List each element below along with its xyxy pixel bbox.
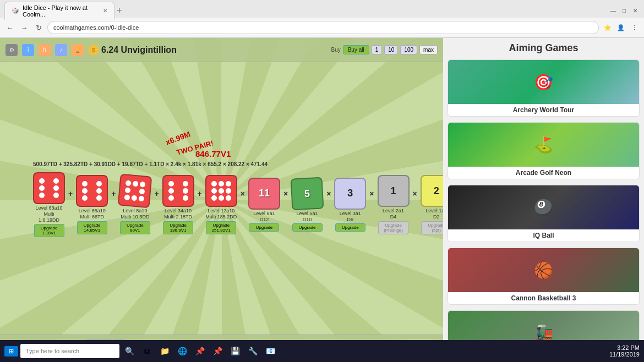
browser-chrome: 🎲 Idle Dice - Play it now at Coolm... ✕ … [0,0,644,38]
op3: + [154,189,159,198]
taskbar-pin1[interactable]: 📌 [192,343,208,359]
browser-toolbar-icons: ⭐ 👤 ⋮ [602,22,640,33]
die-8-upgrade-button[interactable]: Upgrade [335,223,365,232]
back-button[interactable]: ← [4,22,15,33]
game-card-golf[interactable]: ⛳ Arcade Golf Neon [447,122,640,179]
op7: × [326,189,331,198]
taskbar-cortana[interactable]: 🔍 [122,343,137,359]
archery-emoji: 🎯 [534,73,553,91]
address-bar: ← → ↻ coolmathgames.com/0-idle-dice ⭐ 👤 … [0,18,644,37]
game-card-archery[interactable]: 🎯 Archery World Tour [447,59,640,117]
die-3[interactable] [118,174,152,209]
die-7[interactable]: 5 [291,177,324,210]
taskbar-search[interactable] [20,344,119,358]
game-card-cannon[interactable]: 🏀 Cannon Basketball 3 [447,248,640,305]
maximize-button[interactable]: □ [620,6,629,15]
die-10-label: Level 1a1D2 [425,208,443,220]
die-6-upgrade-button[interactable]: Upgrade [249,223,279,232]
tanks-emoji: 🚂 [534,324,553,342]
iqball-name: IQ Ball [448,229,639,242]
die-5-face [209,179,233,203]
volume-icon[interactable]: ♪ [55,44,67,56]
die-10-upgrade-button[interactable]: Upgrade(5pt) [421,221,443,234]
start-button[interactable]: ⊞ [4,346,18,356]
buy-max-button[interactable]: max [419,45,438,54]
cannon-emoji: 🏀 [534,261,553,279]
currency-amount: 6.24 Unvigintillion [101,45,177,55]
taskbar-pin4[interactable]: 🔧 [245,343,260,359]
tab-close-button[interactable]: ✕ [103,8,107,14]
sidebar: Aiming Games 🎯 Archery World Tour ⛳ Arca… [443,38,644,362]
die-9-label: Level 2a1D4 [383,208,404,220]
die-4[interactable] [162,175,194,207]
die-8[interactable]: 3 [334,178,366,210]
float-pair-text: TWO PAIR! [176,139,214,156]
highscore-icon[interactable]: h [39,44,51,56]
die-2[interactable] [76,175,108,207]
taskbar-pin2[interactable]: 📌 [210,343,225,359]
extensions-button[interactable]: ⭐ [602,22,613,33]
die-1-container: Level 63a10Multi 1:6.19DD Upgrade1.18V1 [33,172,65,237]
iqball-emoji: 🎱 [534,199,553,217]
clock-date: 11/19/2019 [609,351,640,358]
info-icon[interactable]: i [22,44,34,56]
op2: + [111,189,116,198]
die-2-upgrade-button[interactable]: Upgrade14.85V1 [77,221,107,234]
die-10-container: 2 Level 1a1D2 Upgrade(5pt) [421,175,443,234]
taskbar: ⊞ 🔍 ⧉ 📁 🌐 📌 📌 💾 🔧 📧 3:22 PM 11/19/2019 [0,340,644,362]
die-1[interactable] [33,172,65,204]
taskbar-pin5[interactable]: 📧 [263,343,278,359]
die-6[interactable]: 11 [248,178,280,210]
dice-row: Level 63a10Multi 1:6.19DD Upgrade1.18V1 … [33,172,410,237]
forward-button[interactable]: → [19,22,30,33]
die-5-label: Level 12a10Multi 185.2DD [205,208,237,220]
active-tab[interactable]: 🎲 Idle Dice - Play it now at Coolm... ✕ [4,2,114,20]
die-7-upgrade-button[interactable]: Upgrade [292,223,323,232]
tab-favicon: 🎲 [12,7,19,14]
float-bonus-text: x6.99M [165,129,192,146]
new-tab-button[interactable]: + [117,6,122,15]
taskbar-pin3[interactable]: 💾 [227,343,243,359]
refresh-button[interactable]: ↻ [33,22,44,33]
buy-1-button[interactable]: 1 [372,45,383,54]
dollar-icon: $ [88,45,99,56]
die-10-value: 2 [434,185,439,197]
die-5-upgrade-button[interactable]: Upgrade251.82V1 [206,221,236,234]
buy-100-button[interactable]: 100 [400,45,417,54]
die-9[interactable]: 1 [378,175,410,207]
minimize-button[interactable]: — [609,6,618,15]
equation-text: 500.97TD + 325.82TD + 30.91DD + 19.87TD … [33,161,268,167]
trophy-icon[interactable]: 🏆 [72,44,84,56]
clock-time: 3:22 PM [609,344,640,351]
die-3-container: Level 8a10Multi 10.3DD Upgrade80V1 [119,175,151,234]
sidebar-title: Aiming Games [447,42,640,54]
game-card-iqball[interactable]: 🎱 IQ Ball [447,185,640,242]
die-3-upgrade-button[interactable]: Upgrade80V1 [120,221,150,234]
buy-all-button[interactable]: Buy all [343,45,369,54]
die-1-upgrade-button[interactable]: Upgrade1.18V1 [34,224,64,237]
game-area: x6.99M TWO PAIR! 846.77V1 500.97TD + 325… [0,62,443,334]
close-button[interactable]: ✕ [631,6,640,15]
taskbar-task-view[interactable]: ⧉ [139,343,155,359]
taskbar-chrome[interactable]: 🌐 [174,343,190,359]
menu-button[interactable]: ⋮ [629,22,640,33]
die-3-label: Level 8a10Multi 10.3DD [121,208,149,220]
die-3-face [122,178,149,205]
taskbar-clock: 3:22 PM 11/19/2019 [609,344,640,358]
taskbar-explorer[interactable]: 📁 [157,343,172,359]
die-10[interactable]: 2 [421,175,443,207]
window-controls: — □ ✕ [609,6,640,15]
die-9-upgrade-button[interactable]: Upgrade(Prestige) [378,221,408,234]
die-4-upgrade-button[interactable]: Upgrade136.9V1 [163,221,193,234]
buy-label: Buy [331,47,340,53]
buy-section: Buy Buy all 1 10 100 max [331,45,438,54]
die-9-container: 1 Level 2a1D4 Upgrade(Prestige) [378,175,410,234]
buy-10-button[interactable]: 10 [384,45,398,54]
die-6-container: 11 Level 6a1D12 Upgrade [248,178,280,232]
settings-icon[interactable]: ⚙ [6,44,18,56]
cannon-name: Cannon Basketball 3 [448,292,639,304]
profile-button[interactable]: 👤 [615,22,626,33]
url-text: coolmathgames.com/0-idle-dice [53,24,139,31]
url-input[interactable]: coolmathgames.com/0-idle-dice [47,21,599,34]
die-5[interactable] [205,175,237,207]
